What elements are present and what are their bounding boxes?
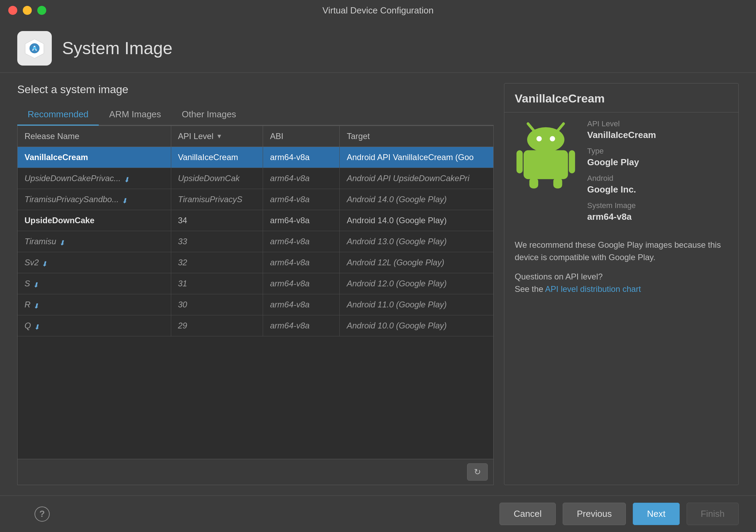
cell-abi: arm64-v8a — [263, 147, 340, 168]
cell-api-level: UpsideDownCak — [171, 168, 263, 189]
help-button[interactable]: ? — [35, 506, 50, 522]
svg-rect-12 — [529, 178, 538, 188]
type-label: Type — [587, 147, 728, 156]
selected-image-name: VanillaIceCream — [504, 83, 738, 112]
system-image-value: arm64-v8a — [587, 211, 728, 222]
bottom-bar: ? Cancel Previous Next Finish — [0, 495, 756, 532]
cell-api-level: 29 — [171, 315, 263, 336]
download-icon[interactable]: ⬇ — [124, 176, 130, 183]
system-image-label: System Image — [587, 201, 728, 210]
header-area: A System Image — [0, 21, 756, 73]
table-row[interactable]: Tiramisu⬇ 33 arm64-v8a Android 13.0 (Goo… — [18, 231, 493, 252]
download-icon[interactable]: ⬇ — [33, 281, 40, 288]
right-panel-content: API Level VanillaIceCream Type Google Pl… — [504, 112, 738, 485]
svg-point-7 — [536, 136, 542, 141]
table-row[interactable]: R⬇ 30 arm64-v8a Android 11.0 (Google Pla… — [18, 294, 493, 315]
cell-release-name: Sv2⬇ — [18, 252, 171, 273]
col-target[interactable]: Target — [340, 126, 493, 147]
download-icon[interactable]: ⬇ — [122, 197, 128, 204]
cell-abi: arm64-v8a — [263, 231, 340, 252]
cell-target: Android 14.0 (Google Play) — [340, 210, 493, 231]
table-header: Release Name API Level ▼ ABI Target — [18, 126, 493, 147]
traffic-lights — [8, 6, 46, 15]
title-bar: Virtual Device Configuration — [0, 0, 756, 21]
table-row[interactable]: UpsideDownCakePrivac...⬇ UpsideDownCak a… — [18, 168, 493, 189]
cell-release-name: UpsideDownCakePrivac...⬇ — [18, 168, 171, 189]
table-footer: ↻ — [18, 459, 493, 485]
cell-release-name: UpsideDownCake — [18, 210, 171, 231]
next-button[interactable]: Next — [633, 503, 679, 525]
cell-abi: arm64-v8a — [263, 294, 340, 315]
cell-release-name: Q⬇ — [18, 315, 171, 336]
cell-release-name: VanillaIceCream — [18, 147, 171, 168]
table-row[interactable]: S⬇ 31 arm64-v8a Android 12.0 (Google Pla… — [18, 273, 493, 294]
tab-arm-images[interactable]: ARM Images — [99, 104, 171, 126]
refresh-button[interactable]: ↻ — [467, 463, 488, 481]
api-level-question: Questions on API level? See the API leve… — [515, 270, 728, 295]
col-release-name[interactable]: Release Name — [18, 126, 171, 147]
cell-abi: arm64-v8a — [263, 210, 340, 231]
cell-target: Android 12.0 (Google Play) — [340, 273, 493, 294]
table-row[interactable]: Q⬇ 29 arm64-v8a Android 10.0 (Google Pla… — [18, 315, 493, 336]
cell-abi: arm64-v8a — [263, 252, 340, 273]
system-image-table: Release Name API Level ▼ ABI Target — [17, 126, 494, 485]
svg-rect-11 — [569, 150, 575, 174]
col-abi[interactable]: ABI — [263, 126, 340, 147]
android-value: Google Inc. — [587, 184, 728, 195]
cell-target: Android 11.0 (Google Play) — [340, 294, 493, 315]
android-robot-icon — [515, 119, 577, 188]
close-button[interactable] — [8, 6, 17, 15]
cell-api-level: 30 — [171, 294, 263, 315]
svg-rect-13 — [553, 178, 562, 188]
minimize-button[interactable] — [23, 6, 32, 15]
tab-recommended[interactable]: Recommended — [17, 104, 99, 126]
cell-api-level: 32 — [171, 252, 263, 273]
download-icon[interactable]: ⬇ — [34, 323, 41, 330]
svg-point-6 — [527, 127, 564, 152]
bottom-bar-wrapper: ? Cancel Previous Next Finish — [17, 503, 739, 525]
col-api-level[interactable]: API Level ▼ — [171, 126, 263, 147]
cell-target: Android API VanillaIceCream (Goo — [340, 147, 493, 168]
previous-button[interactable]: Previous — [563, 503, 626, 525]
android-label: Android — [587, 174, 728, 183]
cancel-button[interactable]: Cancel — [500, 503, 556, 525]
cell-target: Android 10.0 (Google Play) — [340, 315, 493, 336]
download-icon[interactable]: ⬇ — [41, 260, 48, 267]
table-body: VanillaIceCream VanillaIceCream arm64-v8… — [18, 147, 493, 459]
tab-bar: Recommended ARM Images Other Images — [17, 104, 494, 126]
api-level-label: API Level — [587, 119, 728, 128]
api-level-chart-link[interactable]: API level distribution chart — [545, 284, 641, 294]
left-panel: Select a system image Recommended ARM Im… — [17, 83, 494, 485]
cell-api-level: VanillaIceCream — [171, 147, 263, 168]
cell-release-name: S⬇ — [18, 273, 171, 294]
android-robot-area: API Level VanillaIceCream Type Google Pl… — [515, 119, 728, 228]
tab-other-images[interactable]: Other Images — [172, 104, 247, 126]
cell-abi: arm64-v8a — [263, 273, 340, 294]
maximize-button[interactable] — [37, 6, 46, 15]
right-panel: VanillaIceCream — [504, 83, 739, 485]
app-logo: A — [17, 31, 52, 66]
cell-target: Android API UpsideDownCakePri — [340, 168, 493, 189]
main-window: A System Image Select a system image Rec… — [0, 21, 756, 532]
page-title: System Image — [62, 38, 173, 58]
cell-abi: arm64-v8a — [263, 315, 340, 336]
table-row[interactable]: Sv2⬇ 32 arm64-v8a Android 12L (Google Pl… — [18, 252, 493, 273]
cell-api-level: 31 — [171, 273, 263, 294]
cell-api-level: TiramisuPrivacyS — [171, 189, 263, 210]
table-row[interactable]: UpsideDownCake 34 arm64-v8a Android 14.0… — [18, 210, 493, 231]
table-row[interactable]: VanillaIceCream VanillaIceCream arm64-v8… — [18, 147, 493, 168]
finish-button: Finish — [687, 503, 739, 525]
cell-target: Android 12L (Google Play) — [340, 252, 493, 273]
recommendation-text: We recommend these Google Play images be… — [515, 239, 728, 264]
table-row[interactable]: TiramisuPrivacySandbo...⬇ TiramisuPrivac… — [18, 189, 493, 210]
cell-release-name: Tiramisu⬇ — [18, 231, 171, 252]
window-title: Virtual Device Configuration — [322, 5, 434, 16]
download-icon[interactable]: ⬇ — [33, 302, 40, 309]
download-icon[interactable]: ⬇ — [59, 239, 66, 246]
type-value: Google Play — [587, 157, 728, 168]
api-level-value: VanillaIceCream — [587, 130, 728, 140]
cell-api-level: 33 — [171, 231, 263, 252]
section-title: Select a system image — [17, 83, 494, 96]
svg-point-8 — [550, 136, 555, 141]
cell-abi: arm64-v8a — [263, 189, 340, 210]
